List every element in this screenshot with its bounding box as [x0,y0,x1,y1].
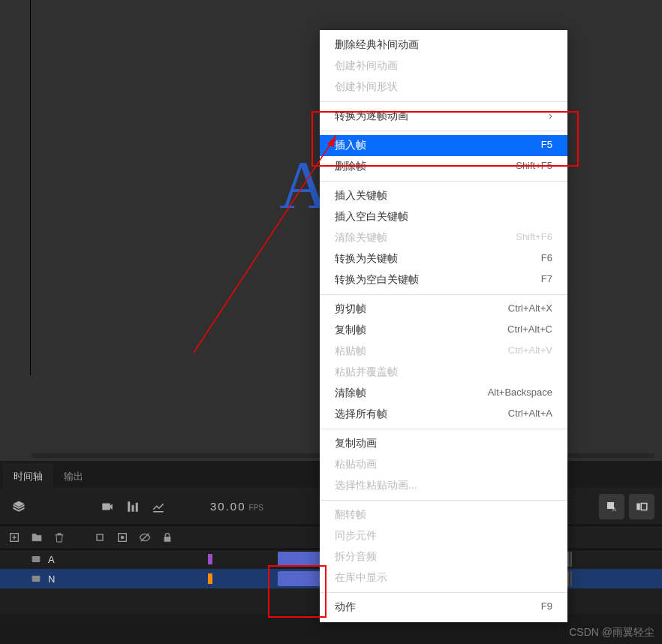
menu-copy-frames[interactable]: 复制帧Ctrl+Alt+C [320,320,567,341]
menu-cut-frames[interactable]: 剪切帧Ctrl+Alt+X [320,299,567,320]
menu-reverse-frames: 翻转帧 [320,504,567,525]
svg-rect-8 [32,556,41,562]
tab-output[interactable]: 输出 [53,463,94,488]
highlight-icon[interactable] [90,528,110,547]
context-menu: 删除经典补间动画 创建补间动画 创建补间形状 转换为逐帧动画› 插入帧F5 删除… [320,30,567,622]
menu-insert-frame[interactable]: 插入帧F5 [320,135,567,156]
svg-text:A: A [612,506,616,513]
menu-convert-keyframe[interactable]: 转换为关键帧F6 [320,248,567,269]
layer-icon [30,553,42,565]
menu-clear-keyframe: 清除关键帧Shift+F6 [320,227,567,248]
layer-marker [208,554,212,564]
chart-icon[interactable] [122,495,144,518]
menu-split-audio: 拆分音频 [320,546,567,567]
menu-delete-classic-tween[interactable]: 删除经典补间动画 [320,35,567,56]
frame-tool-button[interactable] [629,494,654,519]
tab-timeline[interactable]: 时间轴 [3,463,53,488]
submenu-arrow-icon: › [549,110,552,123]
menu-create-tween: 创建补间动画 [320,56,567,77]
graph-icon[interactable] [147,495,170,518]
menu-paste-motion: 粘贴动画 [320,454,567,475]
new-layer-icon[interactable] [5,528,24,547]
menu-actions[interactable]: 动作F9 [320,597,567,618]
menu-create-shape-tween: 创建补间形状 [320,77,567,98]
folder-icon[interactable] [27,528,47,547]
svg-rect-1 [636,503,640,510]
camera-icon[interactable] [96,495,119,518]
menu-copy-motion[interactable]: 复制动画 [320,433,567,454]
visibility-icon[interactable] [135,528,155,547]
svg-rect-7 [164,537,170,541]
menu-paste-overwrite: 粘贴并覆盖帧 [320,362,567,383]
menu-sync-symbols: 同步元件 [320,525,567,546]
svg-rect-9 [32,576,41,582]
menu-insert-keyframe[interactable]: 插入关键帧 [320,185,567,206]
menu-delete-frame[interactable]: 删除帧Shift+F5 [320,156,567,177]
layer-marker [208,573,212,584]
menu-show-in-library: 在库中显示 [320,567,567,588]
svg-point-6 [121,536,124,539]
watermark: CSDN @雨翼轻尘 [569,626,654,639]
svg-rect-2 [641,503,647,510]
layers-icon[interactable] [8,495,30,518]
layer-name: N [48,573,55,585]
fps-value: 30.00 [210,500,246,513]
layer-icon [30,573,42,585]
menu-clear-frames[interactable]: 清除帧Alt+Backspace [320,383,567,404]
fps-unit: FPS [249,504,263,512]
menu-paste-motion-special: 选择性粘贴动画... [320,475,567,496]
lock-icon[interactable] [158,528,177,547]
keyframe-tool-button[interactable]: A [599,494,624,519]
fps-display[interactable]: 30.00 FPS [210,500,263,513]
layer-name: A [48,554,55,565]
outline-icon[interactable] [113,528,132,547]
menu-convert-frame-by-frame[interactable]: 转换为逐帧动画› [320,106,567,127]
menu-paste-frames: 粘贴帧Ctrl+Alt+V [320,341,567,362]
svg-rect-4 [97,534,103,540]
menu-convert-blank-keyframe[interactable]: 转换为空白关键帧F7 [320,269,567,290]
menu-select-all-frames[interactable]: 选择所有帧Ctrl+Alt+A [320,404,567,425]
menu-insert-blank-keyframe[interactable]: 插入空白关键帧 [320,206,567,227]
trash-icon[interactable] [50,528,69,547]
